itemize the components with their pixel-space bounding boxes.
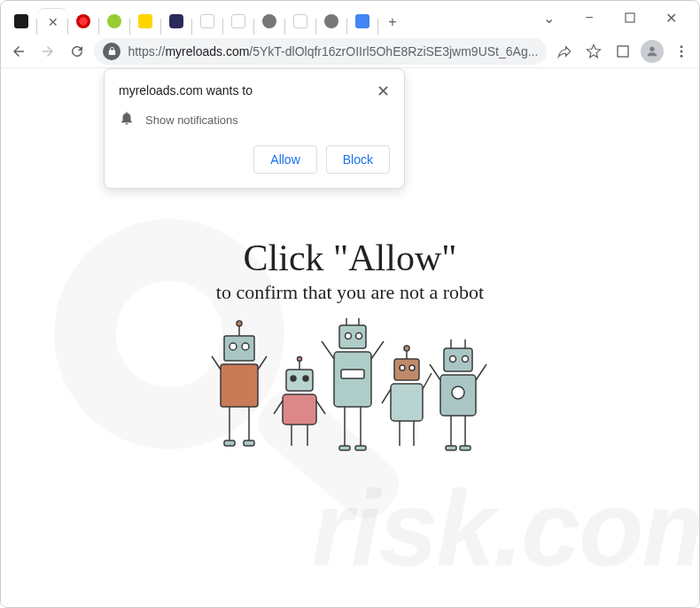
close-window-button[interactable]: ✕ (658, 5, 683, 30)
svg-rect-7 (221, 364, 258, 407)
favicon-icon (231, 14, 245, 28)
avatar-icon (641, 40, 664, 63)
tab-item[interactable] (192, 8, 222, 35)
url-path: /5YkT-dlOlqfr16zrOIIrl5OhE8RziSE3jwm9USt… (249, 44, 538, 58)
svg-point-4 (681, 50, 683, 52)
svg-point-21 (303, 376, 308, 381)
svg-line-57 (430, 364, 440, 380)
share-icon (556, 43, 572, 59)
bookmark-button[interactable] (581, 37, 605, 66)
permission-close-button[interactable]: ✕ (377, 83, 390, 99)
titlebar: ✕ + ⌄ − (1, 1, 699, 35)
svg-rect-42 (391, 384, 423, 421)
svg-point-44 (409, 365, 415, 370)
tab-item[interactable] (223, 8, 253, 35)
svg-line-35 (371, 341, 384, 359)
svg-rect-16 (224, 440, 235, 446)
favicon-icon (200, 14, 214, 28)
svg-line-24 (274, 401, 283, 414)
maximize-button[interactable] (618, 5, 642, 30)
svg-point-43 (400, 365, 405, 370)
svg-rect-29 (334, 352, 371, 407)
svg-rect-17 (244, 440, 254, 446)
svg-point-11 (237, 321, 242, 326)
tab-item[interactable] (161, 8, 191, 35)
svg-rect-18 (286, 370, 313, 391)
lock-icon[interactable] (103, 43, 121, 60)
tab-item[interactable] (316, 8, 346, 35)
watermark-text: risk.com (311, 467, 700, 589)
tab-item[interactable] (68, 8, 98, 35)
svg-point-20 (291, 376, 296, 381)
permission-message: Show notifications (145, 113, 238, 127)
reload-icon (69, 43, 85, 59)
share-button[interactable] (552, 37, 576, 66)
svg-point-30 (346, 333, 352, 339)
tab-item[interactable] (130, 8, 160, 35)
favicon-icon (14, 14, 28, 28)
svg-rect-39 (355, 446, 366, 450)
notification-permission-dialog: myreloads.com wants to ✕ Show notificati… (104, 68, 405, 189)
svg-line-47 (382, 389, 391, 403)
favicon-icon (169, 14, 183, 28)
robots-illustration (208, 316, 492, 471)
back-button[interactable] (6, 37, 30, 66)
address-bar[interactable]: https://myreloads.com/5YkT-dlOlqfr16zrOI… (94, 38, 547, 65)
svg-rect-6 (224, 336, 254, 361)
page-headline: Click "Allow" (1, 237, 699, 279)
bell-icon (119, 110, 135, 129)
profile-button[interactable] (641, 37, 665, 66)
svg-point-3 (681, 45, 683, 48)
tab-item[interactable] (285, 8, 315, 35)
allow-button[interactable]: Allow (253, 145, 316, 174)
svg-point-31 (356, 333, 362, 339)
new-tab-button[interactable]: + (380, 10, 405, 35)
reload-button[interactable] (65, 37, 89, 66)
svg-rect-19 (283, 394, 316, 425)
favicon-icon (293, 14, 307, 28)
page-content: risk.com myreloads.com wants to ✕ Show n… (1, 68, 699, 607)
svg-rect-0 (626, 13, 634, 22)
svg-rect-1 (618, 46, 628, 57)
svg-line-58 (476, 364, 486, 380)
svg-rect-41 (394, 359, 419, 380)
forward-button[interactable] (35, 37, 59, 66)
star-icon (586, 43, 602, 59)
favicon-icon (262, 14, 276, 28)
menu-button[interactable] (670, 37, 694, 66)
svg-point-63 (452, 386, 464, 399)
tab-item[interactable] (6, 8, 36, 35)
page-message: Click "Allow" to confirm that you are no… (1, 237, 699, 304)
svg-point-5 (681, 54, 683, 57)
svg-point-54 (463, 356, 469, 362)
svg-point-8 (229, 343, 237, 350)
kebab-icon (673, 43, 689, 59)
page-subheadline: to confirm that you are not a robot (1, 281, 699, 304)
url-text: https://myreloads.com/5YkT-dlOlqfr16zrOI… (128, 44, 538, 58)
url-protocol: https:// (128, 44, 165, 58)
tab-item[interactable] (99, 8, 129, 35)
window-dropdown-button[interactable]: ⌄ (536, 5, 561, 30)
arrow-left-icon (11, 43, 27, 59)
url-host: myreloads.com (165, 44, 249, 58)
tab-item[interactable] (347, 8, 377, 35)
tab-item[interactable] (254, 8, 284, 35)
favicon-icon (107, 14, 121, 28)
svg-rect-38 (339, 446, 350, 450)
minimize-button[interactable]: − (577, 5, 602, 30)
svg-rect-40 (341, 370, 364, 378)
block-button[interactable]: Block (326, 145, 390, 174)
svg-line-12 (212, 356, 221, 370)
svg-line-13 (258, 356, 267, 370)
svg-point-9 (242, 343, 249, 350)
tab-item-active[interactable]: ✕ (37, 8, 67, 35)
svg-point-53 (450, 356, 456, 362)
svg-point-2 (650, 46, 655, 51)
svg-line-34 (322, 341, 334, 359)
svg-rect-62 (460, 446, 471, 450)
tab-strip: ✕ + (6, 1, 525, 35)
favicon-icon (355, 14, 369, 28)
extensions-button[interactable] (611, 37, 635, 66)
toolbar: https://myreloads.com/5YkT-dlOlqfr16zrOI… (1, 35, 699, 68)
close-tab-icon[interactable]: ✕ (48, 15, 58, 29)
